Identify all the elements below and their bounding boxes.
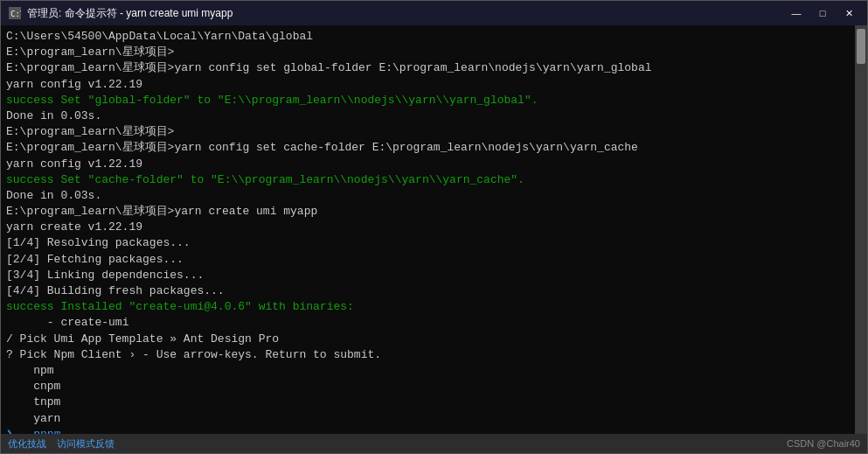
terminal-line: tnpm	[6, 395, 850, 410]
terminal-line: npm	[6, 363, 850, 379]
bottom-left-links: 优化技战 访问模式反馈	[8, 437, 115, 451]
terminal-line: success Set "global-folder" to "E:\\prog…	[6, 93, 850, 108]
title-bar: C:\ 管理员: 命令提示符 - yarn create umi myapp —…	[1, 1, 867, 25]
terminal-line: ❯ pnpm	[6, 427, 850, 434]
terminal-line: [1/4] Resolving packages...	[6, 235, 850, 251]
title-bar-left: C:\ 管理员: 命令提示符 - yarn create umi myapp	[8, 6, 233, 21]
terminal-line: success Set "cache-folder" to "E:\\progr…	[6, 172, 850, 188]
terminal-line: yarn config v1.22.19	[6, 77, 850, 93]
close-button[interactable]: ✕	[837, 4, 860, 22]
bottom-bar: 优化技战 访问模式反馈 CSDN @Chair40	[1, 434, 867, 453]
terminal-line: / Pick Umi App Template » Ant Design Pro	[6, 332, 850, 347]
bottom-link-1[interactable]: 优化技战	[8, 437, 46, 451]
maximize-button[interactable]: □	[811, 4, 834, 22]
terminal-line: E:\program_learn\星球项目>yarn create umi my…	[6, 204, 850, 220]
terminal-line: yarn config v1.22.19	[6, 157, 850, 172]
terminal-line: [4/4] Building fresh packages...	[6, 283, 850, 299]
terminal-line: [2/4] Fetching packages...	[6, 252, 850, 268]
terminal-line: Done in 0.03s.	[6, 188, 850, 204]
terminal-line: yarn	[6, 411, 850, 427]
terminal-line: yarn create v1.22.19	[6, 220, 850, 235]
title-bar-title: 管理员: 命令提示符 - yarn create umi myapp	[27, 6, 233, 21]
title-bar-controls: — □ ✕	[785, 4, 860, 22]
scrollbar[interactable]	[855, 25, 867, 434]
terminal-output[interactable]: C:\Users\54500\AppData\Local\Yarn\Data\g…	[1, 25, 855, 434]
terminal-line: E:\program_learn\星球项目>yarn config set gl…	[6, 60, 850, 76]
terminal-line: E:\program_learn\星球项目>yarn config set ca…	[6, 140, 850, 156]
svg-text:C:\: C:\	[10, 10, 21, 18]
terminal-container: C:\Users\54500\AppData\Local\Yarn\Data\g…	[1, 25, 867, 434]
terminal-line: success Installed "create-umi@4.0.6" wit…	[6, 299, 850, 315]
window: C:\ 管理员: 命令提示符 - yarn create umi myapp —…	[0, 0, 868, 454]
terminal-line: E:\program_learn\星球项目>	[6, 124, 850, 140]
bottom-right-text: CSDN @Chair40	[787, 438, 860, 449]
minimize-button[interactable]: —	[785, 4, 808, 22]
terminal-line: ? Pick Npm Client › - Use arrow-keys. Re…	[6, 347, 850, 363]
terminal-icon: C:\	[8, 6, 22, 20]
scrollbar-thumb[interactable]	[857, 29, 865, 64]
terminal-line: - create-umi	[6, 315, 850, 331]
terminal-line: C:\Users\54500\AppData\Local\Yarn\Data\g…	[6, 29, 850, 45]
bottom-link-2[interactable]: 访问模式反馈	[57, 437, 115, 451]
terminal-line: Done in 0.03s.	[6, 108, 850, 124]
terminal-line: cnpm	[6, 379, 850, 395]
terminal-line: E:\program_learn\星球项目>	[6, 45, 850, 60]
terminal-line: [3/4] Linking dependencies...	[6, 268, 850, 283]
